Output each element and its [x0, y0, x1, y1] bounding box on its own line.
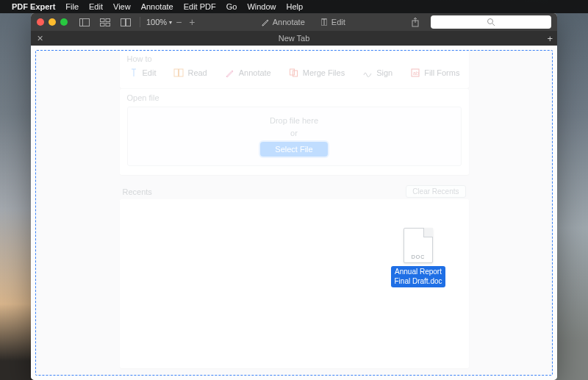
select-file-button[interactable]: Select File	[260, 142, 327, 157]
annotate-mode-button[interactable]: Annotate	[261, 18, 305, 26]
app-name[interactable]: PDF Expert	[12, 2, 55, 11]
menu-edit-pdf[interactable]: Edit PDF	[184, 2, 216, 11]
svg-rect-2	[101, 18, 105, 21]
text-edit-icon	[320, 18, 329, 26]
menu-edit[interactable]: Edit	[89, 2, 103, 11]
window-close-button[interactable]	[37, 18, 44, 26]
form-icon: ab	[410, 68, 420, 78]
recents-list	[120, 199, 469, 368]
window-minimize-button[interactable]	[49, 18, 56, 26]
menu-view[interactable]: View	[113, 2, 131, 11]
zoom-out-button[interactable]: −	[176, 16, 182, 28]
two-page-view-icon[interactable]	[118, 15, 134, 29]
tab-close-button[interactable]: ✕	[37, 34, 43, 43]
pencil-icon	[225, 68, 235, 78]
svg-rect-3	[106, 18, 110, 21]
share-icon[interactable]	[407, 15, 423, 29]
menu-annotate[interactable]: Annotate	[141, 2, 173, 11]
svg-text:ab: ab	[413, 71, 419, 76]
svg-rect-12	[174, 69, 179, 76]
tab-bar: ✕ New Tab +	[31, 31, 557, 46]
app-window: 100%▾ − + Annotate Edit ✕ New Tab + How …	[31, 13, 557, 380]
svg-rect-15	[293, 71, 297, 76]
open-file-card: Open file Drop file here or Select File	[120, 88, 469, 175]
svg-rect-14	[290, 69, 294, 75]
edit-mode-button[interactable]: Edit	[320, 18, 345, 26]
menu-go[interactable]: Go	[226, 2, 237, 11]
file-dropzone[interactable]: Drop file here or Select File	[127, 107, 462, 166]
dropzone-text-1: Drop file here	[128, 115, 461, 127]
menu-file[interactable]: File	[65, 2, 79, 11]
svg-rect-4	[101, 23, 105, 26]
clear-recents-button[interactable]: Clear Recents	[406, 185, 465, 198]
svg-rect-0	[80, 18, 90, 26]
howto-fill-forms[interactable]: ab Fill Forms	[410, 68, 459, 78]
svg-rect-6	[121, 18, 126, 26]
howto-heading: How to	[120, 50, 469, 66]
howto-merge[interactable]: Merge Files	[289, 68, 345, 78]
howto-edit[interactable]: Edit	[129, 68, 157, 78]
tab-title[interactable]: New Tab	[279, 34, 310, 43]
thumbnail-view-icon[interactable]	[97, 15, 113, 29]
book-icon	[173, 68, 184, 78]
howto-sign[interactable]: Sign	[362, 68, 392, 78]
svg-rect-13	[179, 69, 184, 76]
zoom-value: 100%	[146, 18, 167, 26]
open-file-heading: Open file	[120, 89, 469, 105]
zoom-level[interactable]: 100%▾	[146, 18, 172, 26]
pencil-icon	[261, 18, 270, 26]
search-input[interactable]	[431, 15, 551, 29]
edit-text-icon	[129, 68, 139, 78]
chevron-down-icon: ▾	[169, 19, 172, 26]
sidebar-toggle-icon[interactable]	[76, 15, 93, 29]
window-zoom-button[interactable]	[60, 18, 68, 26]
content-area: How to Edit Read Annotate	[31, 46, 557, 380]
search-icon	[487, 18, 495, 26]
recents-heading: Recents	[123, 187, 152, 196]
mac-menubar: PDF Expert File Edit View Annotate Edit …	[0, 0, 588, 13]
merge-icon	[289, 68, 299, 78]
menu-help[interactable]: Help	[287, 2, 304, 11]
zoom-in-button[interactable]: +	[189, 16, 195, 28]
howto-read[interactable]: Read	[173, 68, 207, 78]
window-traffic-lights	[37, 18, 68, 26]
howto-annotate[interactable]: Annotate	[225, 68, 271, 78]
signature-icon	[362, 68, 373, 78]
dropzone-text-2: or	[128, 127, 461, 140]
new-tab-button[interactable]: +	[547, 33, 553, 44]
svg-rect-7	[126, 18, 131, 26]
svg-line-11	[492, 24, 495, 26]
menu-window[interactable]: Window	[247, 2, 276, 11]
window-toolbar: 100%▾ − + Annotate Edit	[31, 13, 557, 31]
howto-card: How to Edit Read Annotate	[120, 50, 469, 88]
svg-rect-5	[106, 23, 110, 26]
svg-point-10	[488, 19, 493, 24]
